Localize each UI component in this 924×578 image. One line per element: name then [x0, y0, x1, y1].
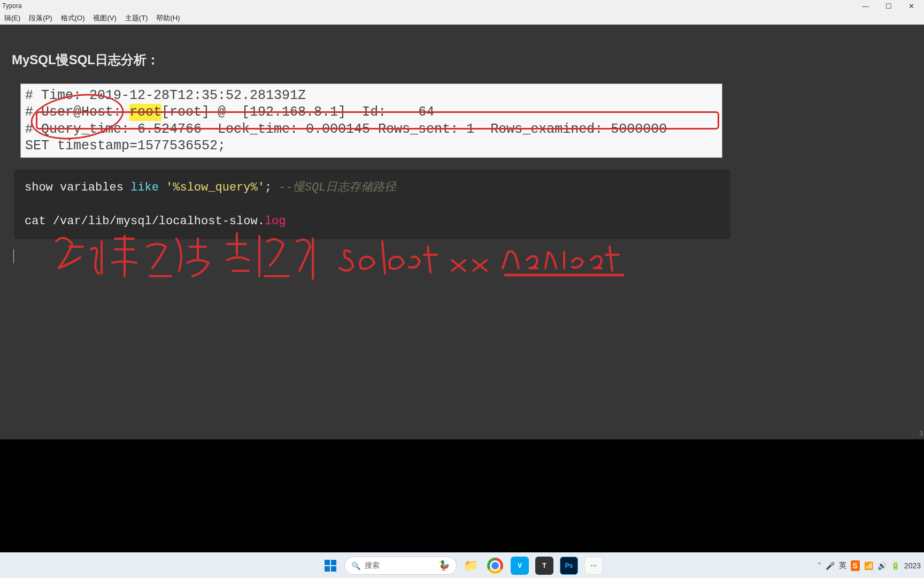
- start-button[interactable]: [320, 555, 341, 576]
- battery-icon[interactable]: 🔋: [891, 561, 900, 570]
- menu-paragraph[interactable]: 段落(P): [25, 13, 56, 23]
- menubar: 辑(E) 段落(P) 格式(O) 视图(V) 主题(T) 帮助(H): [0, 12, 924, 25]
- code-line-2: cat /var/lib/mysql/localhost-slow.log: [25, 212, 720, 231]
- sogou-icon[interactable]: S: [851, 560, 860, 571]
- menu-format[interactable]: 格式(O): [57, 13, 89, 23]
- word-count: 3: [919, 430, 923, 437]
- search-icon: 🔍: [351, 561, 360, 570]
- log-line-querytime: # Query_time: 6.524766 Lock_time: 0.0001…: [25, 121, 718, 138]
- svg-rect-3: [331, 566, 336, 572]
- network-icon[interactable]: 📶: [864, 561, 873, 570]
- file-explorer-icon[interactable]: 📁: [460, 555, 481, 576]
- menu-help[interactable]: 帮助(H): [152, 13, 184, 23]
- menu-edit[interactable]: 辑(E): [0, 13, 25, 23]
- minimize-button[interactable]: —: [858, 2, 873, 10]
- log-line-userhost: # User@Host: root[root] @ [192.168.8.1] …: [25, 104, 718, 120]
- wechat-icon[interactable]: ⋯: [583, 555, 604, 576]
- typora-icon[interactable]: T: [534, 555, 555, 576]
- menu-theme[interactable]: 主题(T): [121, 13, 152, 23]
- search-art-icon: 🦆: [438, 560, 450, 572]
- taskbar: 🔍 搜索 🦆 📁 V T Ps ⋯ ˄ 🎤 英 S 📶 🔊 🔋 2023: [0, 552, 924, 578]
- maximize-button[interactable]: ☐: [881, 2, 896, 10]
- svg-rect-1: [331, 560, 336, 565]
- page-title: MySQL慢SQL日志分析：: [12, 51, 912, 69]
- highlighted-root: root: [129, 104, 161, 120]
- log-line-timestamp: SET timestamp=1577536552;: [25, 138, 718, 154]
- window-title: Typora: [1, 2, 22, 10]
- window-titlebar: Typora — ☐ ✕: [0, 0, 924, 12]
- search-placeholder: 搜索: [365, 561, 380, 571]
- vpn-app-icon[interactable]: V: [509, 555, 530, 576]
- svg-rect-2: [325, 566, 330, 572]
- handwriting-overlay: [45, 231, 634, 306]
- log-screenshot-block: # Time: 2019-12-28T12:35:52.281391Z # Us…: [20, 83, 722, 158]
- code-line-1: show variables like '%slow_query%'; --慢S…: [25, 178, 720, 197]
- menu-view[interactable]: 视图(V): [89, 13, 120, 23]
- tray-expand-icon[interactable]: ˄: [818, 561, 821, 570]
- log-line-time: # Time: 2019-12-28T12:35:52.281391Z: [25, 87, 718, 104]
- clock[interactable]: 2023: [904, 561, 921, 570]
- code-block[interactable]: show variables like '%slow_query%'; --慢S…: [14, 170, 730, 239]
- svg-rect-0: [325, 560, 330, 565]
- close-button[interactable]: ✕: [904, 2, 919, 10]
- microphone-icon[interactable]: 🎤: [826, 561, 835, 570]
- text-cursor: [13, 249, 14, 263]
- taskbar-search[interactable]: 🔍 搜索 🦆: [344, 557, 457, 575]
- editor-area[interactable]: MySQL慢SQL日志分析： # Time: 2019-12-28T12:35:…: [0, 25, 924, 439]
- volume-icon[interactable]: 🔊: [877, 561, 887, 570]
- ime-language[interactable]: 英: [839, 561, 846, 571]
- chrome-icon[interactable]: [484, 555, 506, 576]
- system-tray: ˄ 🎤 英 S 📶 🔊 🔋 2023: [818, 560, 921, 571]
- photoshop-icon[interactable]: Ps: [558, 555, 580, 576]
